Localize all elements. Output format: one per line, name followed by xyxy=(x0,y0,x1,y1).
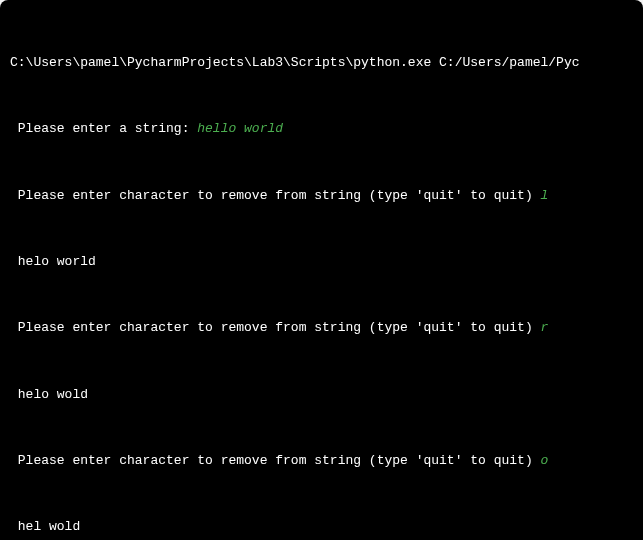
console-line: Please enter character to remove from st… xyxy=(10,317,633,339)
prompt-text: Please enter character to remove from st… xyxy=(10,453,541,468)
console-line: Please enter a string: hello world xyxy=(10,118,633,140)
console-line: Please enter character to remove from st… xyxy=(10,185,633,207)
command-line: C:\Users\pamel\PycharmProjects\Lab3\Scri… xyxy=(10,52,633,74)
user-input: o xyxy=(541,453,549,468)
user-input: hello world xyxy=(197,121,283,136)
prompt-text: Please enter character to remove from st… xyxy=(10,188,541,203)
console-line: Please enter character to remove from st… xyxy=(10,450,633,472)
console-output: helo world xyxy=(10,251,633,273)
console-output: helo wold xyxy=(10,384,633,406)
prompt-text: Please enter a string: xyxy=(10,121,197,136)
user-input: l xyxy=(541,188,549,203)
console-output: hel wold xyxy=(10,516,633,538)
prompt-text: Please enter character to remove from st… xyxy=(10,320,541,335)
user-input: r xyxy=(541,320,549,335)
terminal-output-block-1: C:\Users\pamel\PycharmProjects\Lab3\Scri… xyxy=(0,0,643,540)
